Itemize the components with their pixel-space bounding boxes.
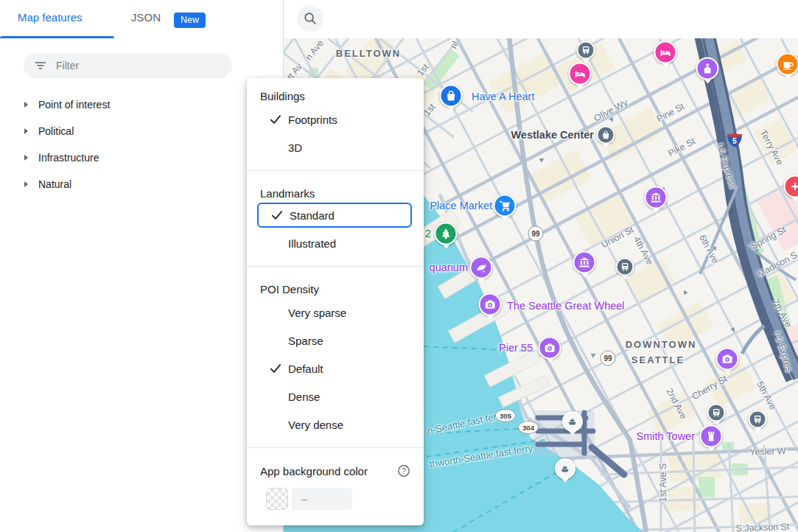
option-label: Dense xyxy=(288,391,320,403)
train-pin-icon[interactable] xyxy=(749,410,767,429)
background-color-row: – xyxy=(266,488,424,510)
transparent-color-swatch[interactable] xyxy=(266,488,288,510)
map-toolbar xyxy=(284,0,798,38)
color-value-input[interactable]: – xyxy=(292,488,352,510)
tree-item-infrastructure[interactable]: Infrastructure xyxy=(0,144,284,171)
tab-json[interactable]: JSON xyxy=(131,11,161,24)
map-label-belltown: BELLTOWN xyxy=(336,48,401,59)
option-footprints[interactable]: Footprints xyxy=(247,105,424,133)
tree-item-natural[interactable]: Natural xyxy=(0,171,284,197)
map-label-seattle: SEATTLE xyxy=(631,354,685,365)
poi-label-have-a-heart[interactable]: Have A Heart xyxy=(472,91,534,102)
section-title: App background color xyxy=(260,465,368,477)
option-3d[interactable]: 3D xyxy=(247,133,424,161)
bag-pin-icon[interactable] xyxy=(440,85,463,108)
search-button[interactable] xyxy=(297,5,323,32)
expand-arrow-icon[interactable] xyxy=(24,155,28,161)
ferry-pin-icon[interactable] xyxy=(562,411,583,432)
train-pin-icon[interactable] xyxy=(616,258,634,276)
filter-icon xyxy=(34,59,47,72)
filter-field[interactable] xyxy=(24,53,232,78)
tree-item-label: Political xyxy=(38,125,74,137)
church-pin-icon[interactable] xyxy=(696,57,719,80)
bed-pin-icon[interactable] xyxy=(654,41,677,64)
poi-label-2[interactable]: 2 xyxy=(425,228,431,239)
poi-label-place-market[interactable]: Place Market xyxy=(430,200,492,211)
map-label-s-jackson-st: S Jackson St xyxy=(735,522,789,532)
svg-text:?: ? xyxy=(402,467,406,475)
expand-arrow-icon[interactable] xyxy=(24,181,28,187)
svg-text:5: 5 xyxy=(732,137,737,145)
camera-pin-icon[interactable] xyxy=(479,293,502,316)
option-label: Illustrated xyxy=(288,237,336,250)
map-label-1st-ave-s: 1st Ave S xyxy=(658,463,668,503)
tab-map-features[interactable]: Map features xyxy=(18,11,83,24)
active-tab-underline xyxy=(0,36,114,38)
section-divider xyxy=(247,170,424,171)
option-label: Standard xyxy=(290,209,335,222)
section-app-background-color: App background color?– xyxy=(247,452,424,522)
option-label: Very sparse xyxy=(288,307,346,319)
option-illustrated[interactable]: Illustrated xyxy=(247,229,424,257)
checkbox-empty xyxy=(269,237,282,250)
tree-item-point-of-interest[interactable]: Point of interest xyxy=(0,91,284,118)
option-label: Footprints xyxy=(288,113,337,126)
option-dense[interactable]: Dense xyxy=(247,382,424,410)
section-divider xyxy=(247,266,424,267)
option-standard[interactable]: Standard xyxy=(257,203,412,228)
tree-item-political[interactable]: Political xyxy=(0,118,284,144)
train-pin-icon[interactable] xyxy=(577,41,595,60)
tree-pin-icon[interactable] xyxy=(435,223,458,245)
coffee-pin-icon[interactable] xyxy=(777,53,798,76)
expand-arrow-icon[interactable] xyxy=(24,128,28,134)
route-shield-99: 99 xyxy=(528,226,544,242)
route-shield-99: 99 xyxy=(601,351,616,366)
tower-pin-icon[interactable] xyxy=(700,425,723,448)
checkmark-icon xyxy=(269,113,282,126)
section-title: POI Density xyxy=(260,283,319,295)
option-label: Sparse xyxy=(288,335,323,347)
dolphin-pin-icon[interactable] xyxy=(470,256,493,279)
poi-label-quarium[interactable]: quarium xyxy=(430,262,468,273)
tree-item-label: Natural xyxy=(38,178,71,190)
option-label: Very dense xyxy=(288,419,343,431)
camera-pin-icon[interactable] xyxy=(539,337,561,360)
cart-pin-icon[interactable] xyxy=(494,195,517,217)
checkbox-empty xyxy=(269,390,282,403)
poi-label-smith-tower[interactable]: Smith Tower xyxy=(636,430,695,442)
feature-tree: Point of interestPoliticalInfrastructure… xyxy=(0,91,284,197)
poi-label-pier-55[interactable]: Pier 55 xyxy=(499,342,533,354)
section-poi-density: POI DensityVery sparseSparseDefaultDense… xyxy=(247,271,424,443)
option-very-sparse[interactable]: Very sparse xyxy=(247,298,424,326)
bag-pin-icon[interactable] xyxy=(597,126,615,144)
camera-pin-icon[interactable] xyxy=(716,348,739,371)
tab-bar: Map features JSON New xyxy=(0,0,283,38)
route-shield-304: 304 xyxy=(518,421,539,434)
search-icon xyxy=(303,11,318,26)
train-pin-icon[interactable] xyxy=(707,404,726,422)
poi-label-the-seattle-great-wheel[interactable]: The Seattle Great Wheel xyxy=(507,300,625,312)
museum-pin-icon[interactable] xyxy=(645,186,668,209)
poi-label-westlake-center[interactable]: Westlake Center xyxy=(511,129,594,141)
section-buildings: BuildingsFootprints3D xyxy=(247,78,424,166)
expand-arrow-icon[interactable] xyxy=(24,102,28,108)
help-icon[interactable]: ? xyxy=(397,464,410,477)
tree-item-label: Point of interest xyxy=(38,99,110,111)
tree-item-label: Infrastructure xyxy=(38,152,99,164)
ferry-pin-icon[interactable] xyxy=(555,458,575,479)
map-style-editor: BELLTOWNDOWNTOWNSEATTLEn Avett Av1st1stn… xyxy=(0,0,798,532)
option-sparse[interactable]: Sparse xyxy=(247,326,424,354)
sidebar: Map features JSON New Point of interestP… xyxy=(0,0,284,532)
filter-input[interactable] xyxy=(56,60,222,71)
bed-pin-icon[interactable] xyxy=(569,63,592,85)
option-very-dense[interactable]: Very dense xyxy=(247,410,424,438)
checkbox-empty xyxy=(269,334,282,347)
section-title: Buildings xyxy=(260,90,305,102)
option-default[interactable]: Default xyxy=(247,354,424,382)
route-shield-305: 305 xyxy=(495,409,516,422)
map-label-downtown: DOWNTOWN xyxy=(626,339,697,350)
route-shield-5: 5 xyxy=(727,132,743,149)
museum-pin-icon[interactable] xyxy=(573,251,596,274)
new-badge: New xyxy=(174,13,206,28)
section-landmarks: LandmarksStandardIllustrated xyxy=(247,175,424,262)
